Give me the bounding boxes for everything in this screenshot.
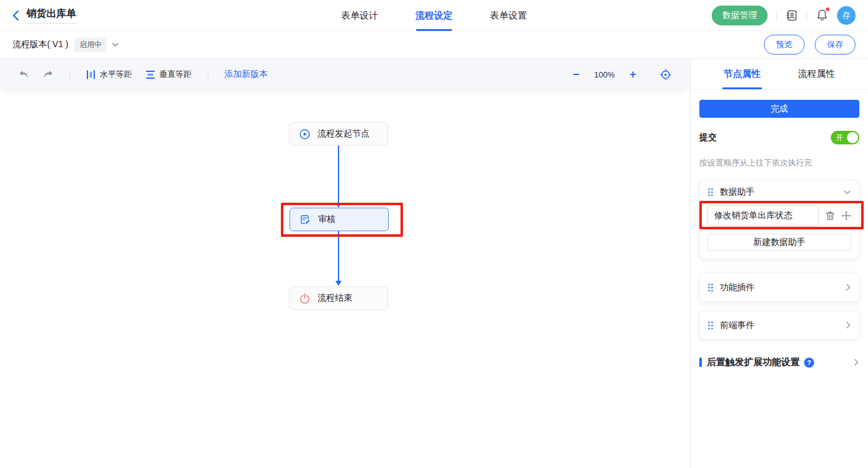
data-assistant-item[interactable]: 修改销货单出库状态 — [707, 205, 819, 226]
new-data-assistant-button[interactable]: 新建数据助手 — [707, 234, 851, 251]
arrow-down-icon — [335, 281, 342, 286]
zoom-in-button[interactable]: + — [629, 69, 636, 80]
data-assistant-title: 数据助手 — [720, 187, 837, 198]
divider — [807, 11, 807, 20]
page-title: 销货出库单 — [27, 7, 76, 24]
section-marker — [699, 358, 702, 367]
data-assistant-card-header[interactable]: 数据助手 — [700, 180, 859, 204]
horizontal-spacing-button[interactable]: 水平等距 — [86, 69, 132, 80]
trash-icon — [825, 211, 835, 221]
toolbar-left: 水平等距 垂直等距 添加新版本 — [19, 69, 268, 80]
panel-tabs: 节点属性 流程属性 — [691, 59, 868, 90]
redo-button[interactable] — [43, 70, 53, 79]
zoom-level: 100% — [594, 70, 614, 79]
tab-node-properties[interactable]: 节点属性 — [724, 59, 761, 89]
contacts-book-button[interactable] — [786, 9, 798, 22]
version-bar-actions: 预览 保存 — [764, 35, 856, 55]
save-button[interactable]: 保存 — [815, 35, 856, 55]
plugin-card: 功能插件 — [699, 273, 859, 302]
avatar[interactable]: 存 — [837, 6, 856, 25]
notifications-button[interactable] — [816, 9, 828, 22]
drag-handle-icon[interactable] — [707, 283, 714, 292]
tab-flow-properties[interactable]: 流程属性 — [798, 59, 835, 89]
properties-panel: 节点属性 流程属性 完成 提交 开 按设置顺序从上往下依次执行完 — [690, 59, 868, 468]
data-assistant-card: 数据助手 修改销货单出库状态 — [699, 180, 859, 259]
redo-icon — [43, 70, 53, 79]
post-trigger-title: 后置触发扩展功能设置 — [707, 356, 800, 368]
header-right: 数据管理 存 — [712, 6, 856, 25]
main-area: 水平等距 垂直等距 添加新版本 − 100% + — [0, 59, 868, 468]
frontend-event-card: 前端事件 — [699, 311, 859, 340]
vertical-spacing-icon — [146, 70, 155, 79]
tab-form-setting[interactable]: 表单设置 — [490, 0, 527, 31]
vertical-spacing-label: 垂直等距 — [159, 69, 192, 80]
notification-badge — [825, 7, 830, 12]
undo-icon — [19, 70, 29, 79]
submit-toggle[interactable]: 开 — [831, 131, 859, 144]
submit-label: 提交 — [699, 132, 717, 143]
move-item-handle[interactable] — [841, 211, 851, 221]
locate-target-icon — [660, 69, 671, 81]
drag-handle-icon[interactable] — [707, 321, 714, 330]
flow-canvas[interactable]: 流程发起节点 审核 — [0, 90, 690, 468]
execution-order-hint: 按设置顺序从上往下依次执行完 — [699, 157, 859, 169]
preview-button[interactable]: 预览 — [764, 35, 805, 55]
version-bar: 流程版本( V1 ) 启用中 预览 保存 — [0, 31, 868, 59]
chevron-right-icon[interactable] — [854, 358, 859, 366]
horizontal-spacing-icon — [86, 70, 95, 79]
data-manage-button[interactable]: 数据管理 — [712, 6, 768, 25]
tab-flow-setting[interactable]: 流程设定 — [415, 0, 453, 31]
panel-body: 完成 提交 开 按设置顺序从上往下依次执行完 数据助手 — [691, 90, 868, 378]
chevron-down-icon[interactable] — [843, 190, 851, 195]
chevron-down-icon — [112, 42, 119, 47]
help-icon[interactable]: ? — [804, 358, 814, 368]
canvas-column: 水平等距 垂直等距 添加新版本 − 100% + — [0, 59, 690, 468]
chevron-right-icon[interactable] — [846, 321, 851, 329]
move-icon — [841, 211, 851, 221]
flow-node-audit[interactable]: 审核 — [290, 208, 389, 231]
power-icon — [299, 293, 310, 304]
plugin-card-title: 功能插件 — [720, 282, 839, 293]
play-circle-icon — [299, 129, 310, 139]
divider — [208, 70, 208, 79]
flow-node-label: 流程结束 — [317, 293, 352, 304]
post-trigger-settings-row[interactable]: 后置触发扩展功能设置 ? — [699, 356, 859, 368]
flow-connector — [338, 146, 339, 203]
plugin-card-header[interactable]: 功能插件 — [700, 273, 859, 301]
data-assistant-item-row: 修改销货单出库状态 — [700, 204, 859, 230]
flow-node-label: 审核 — [318, 214, 335, 225]
toggle-on-text: 开 — [836, 133, 843, 143]
arrow-down-icon — [335, 203, 342, 208]
horizontal-spacing-label: 水平等距 — [100, 69, 132, 80]
done-button[interactable]: 完成 — [699, 100, 859, 118]
contacts-book-icon — [786, 9, 798, 22]
status-badge: 启用中 — [74, 38, 107, 52]
canvas-toolbar: 水平等距 垂直等距 添加新版本 − 100% + — [0, 59, 690, 90]
undo-button[interactable] — [19, 70, 29, 79]
center-canvas-button[interactable] — [660, 69, 671, 81]
flow-version-label: 流程版本( V1 ) — [12, 39, 68, 50]
zoom-out-button[interactable]: − — [573, 69, 580, 80]
flow-node-end[interactable]: 流程结束 — [289, 286, 388, 310]
tab-form-design[interactable]: 表单设计 — [341, 0, 378, 31]
divider — [776, 11, 777, 20]
toolbar-zoom-controls: − 100% + — [573, 69, 671, 81]
frontend-event-card-header[interactable]: 前端事件 — [700, 311, 859, 339]
header-tabs: 表单设计 流程设定 表单设置 — [341, 0, 527, 31]
flow-node-label: 流程发起节点 — [317, 128, 370, 139]
back-button[interactable] — [12, 10, 19, 21]
flow-node-start[interactable]: 流程发起节点 — [289, 122, 388, 146]
version-dropdown-button[interactable] — [112, 42, 119, 47]
edit-document-icon — [300, 214, 311, 225]
delete-item-button[interactable] — [825, 211, 835, 221]
vertical-spacing-button[interactable]: 垂直等距 — [146, 69, 192, 80]
chevron-left-icon — [12, 10, 19, 21]
drag-handle-icon[interactable] — [707, 188, 714, 196]
submit-row: 提交 开 — [699, 131, 859, 144]
divider — [69, 70, 70, 79]
frontend-event-card-title: 前端事件 — [720, 320, 839, 331]
add-version-link[interactable]: 添加新版本 — [224, 69, 268, 80]
chevron-right-icon[interactable] — [846, 283, 851, 291]
app-header: 销货出库单 表单设计 流程设定 表单设置 数据管理 存 — [0, 0, 868, 31]
flow-connector — [338, 231, 339, 281]
